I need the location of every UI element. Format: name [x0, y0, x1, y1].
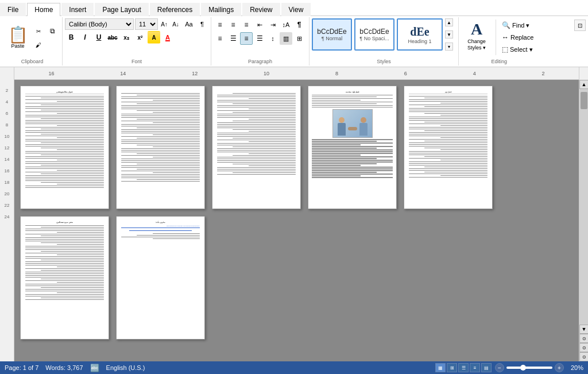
- vertical-scrollbar[interactable]: ▲ ▼ ⊙ ⊙ ⊙: [579, 80, 588, 361]
- page-6-content: بخش سوم: نتیجه‌گیری: [21, 217, 109, 305]
- outline-button[interactable]: ≡: [470, 363, 480, 372]
- styles-scroll-up[interactable]: ▲: [445, 18, 453, 26]
- print-layout-button[interactable]: ▦: [435, 363, 446, 372]
- cut-button[interactable]: ✂: [32, 25, 45, 37]
- side-ruler-spacer: [0, 67, 14, 80]
- clipboard-small-buttons: ✂ ⧉ 🖌: [32, 25, 59, 51]
- page-7-content: منابع و مآخذ www.references.example.com/…: [117, 217, 204, 244]
- word-count[interactable]: Words: 3,767: [45, 364, 83, 371]
- tab-home[interactable]: Home: [27, 3, 60, 16]
- multilevel-button[interactable]: ≡: [240, 18, 253, 31]
- zoom-level[interactable]: 20%: [566, 364, 583, 371]
- styles-more[interactable]: ▾: [445, 43, 453, 51]
- subscript-button[interactable]: x₂: [120, 31, 133, 44]
- page-2: [116, 86, 205, 209]
- page-nav-button[interactable]: ⊙: [579, 343, 588, 352]
- paste-button[interactable]: 📋 Paste: [5, 22, 31, 54]
- zoom-thumb[interactable]: [520, 365, 526, 371]
- decrease-indent-button[interactable]: ⇤: [253, 18, 266, 31]
- expand-ribbon-button[interactable]: ⊡: [574, 20, 586, 31]
- style-normal[interactable]: bCcDdEe ¶ Normal: [312, 18, 352, 51]
- prev-page-button[interactable]: ⊙: [579, 334, 588, 343]
- select-icon: ⬚: [502, 45, 508, 53]
- italic-button[interactable]: I: [79, 31, 91, 44]
- tab-references[interactable]: References: [150, 3, 200, 16]
- justify-button[interactable]: ☰: [253, 32, 266, 45]
- ruler-numbers: 16 14 12 10 8 6 4 2: [16, 71, 578, 76]
- select-button[interactable]: ⬚ Select ▾: [500, 44, 536, 55]
- page-6: بخش سوم: نتیجه‌گیری: [20, 216, 109, 340]
- show-hide-button[interactable]: ¶: [293, 18, 305, 31]
- shading-button[interactable]: ▥: [280, 32, 292, 45]
- align-center-button[interactable]: ☰: [227, 32, 239, 45]
- format-painter-button[interactable]: 🖌: [32, 38, 45, 51]
- zoom-in-button[interactable]: +: [555, 363, 564, 372]
- ribbon-content: 📋 Paste ✂ ⧉ 🖌 Clipboard: [0, 16, 588, 67]
- page-1-header: عنوان مقاله پژوهشی: [25, 91, 104, 94]
- document-area[interactable]: عنوان مقاله پژوهشی: [14, 80, 579, 361]
- draft-button[interactable]: ▤: [481, 363, 492, 372]
- web-layout-button[interactable]: ☰: [458, 363, 469, 372]
- change-styles-icon: A: [467, 20, 486, 38]
- status-bar: Page: 1 of 7 Words: 3,767 🔤 English (U.S…: [0, 361, 588, 374]
- change-case-button[interactable]: Aa: [182, 18, 196, 30]
- language[interactable]: English (U.S.): [106, 364, 145, 371]
- ruler-right-spacer: [579, 67, 588, 80]
- increase-indent-button[interactable]: ⇥: [266, 18, 279, 31]
- styles-label: Styles: [377, 59, 391, 64]
- replace-icon: ↔: [502, 33, 509, 41]
- page-3: [212, 86, 301, 209]
- next-page-button[interactable]: ⊙: [579, 352, 588, 361]
- font-size-select[interactable]: 11: [135, 18, 158, 30]
- zoom-slider[interactable]: [506, 367, 552, 369]
- underline-button[interactable]: U: [92, 31, 105, 44]
- font-label: Font: [131, 59, 142, 64]
- style-no-spacing[interactable]: bCcDdEe ¶ No Spaci...: [354, 18, 394, 51]
- borders-button[interactable]: ⊞: [293, 32, 305, 45]
- tab-page-layout[interactable]: Page Layout: [95, 3, 148, 16]
- status-right: ▦ ⊞ ☰ ≡ ▤ − + 20%: [435, 363, 583, 372]
- page-7-link: www.references.example.com/research/bibl…: [121, 225, 200, 228]
- page-1-content: عنوان مقاله پژوهشی: [21, 86, 109, 193]
- vertical-ruler: 2 4 6 8 10 12 14 16 18 20 22 24: [0, 80, 14, 361]
- horizontal-ruler: 16 14 12 10 8 6 4 2: [14, 67, 579, 80]
- clear-formatting-button[interactable]: ¶: [197, 18, 207, 30]
- full-screen-button[interactable]: ⊞: [447, 363, 457, 372]
- align-right-button[interactable]: ≡: [240, 32, 253, 45]
- ribbon: File Home Insert Page Layout References …: [0, 0, 588, 67]
- tab-file[interactable]: File: [0, 3, 26, 16]
- sort-button[interactable]: ↕A: [280, 18, 292, 31]
- line-spacing-button[interactable]: ↕: [266, 32, 279, 45]
- styles-scroll-down[interactable]: ▼: [445, 30, 453, 38]
- tab-view[interactable]: View: [281, 3, 311, 16]
- superscript-button[interactable]: x²: [134, 31, 146, 44]
- bullets-button[interactable]: ≡: [214, 18, 226, 31]
- replace-label: Replace: [510, 34, 533, 41]
- bold-button[interactable]: B: [65, 31, 78, 44]
- find-button[interactable]: 🔍 Find ▾: [500, 20, 536, 31]
- copy-button[interactable]: ⧉: [46, 25, 59, 37]
- tab-review[interactable]: Review: [242, 3, 280, 16]
- align-left-button[interactable]: ≡: [214, 32, 226, 45]
- ruler-container: 16 14 12 10 8 6 4 2: [0, 67, 588, 80]
- style-heading1[interactable]: dEe Heading 1: [397, 18, 443, 51]
- page-count[interactable]: Page: 1 of 7: [5, 364, 38, 371]
- replace-button[interactable]: ↔ Replace: [500, 32, 536, 43]
- scroll-up-button[interactable]: ▲: [579, 80, 588, 89]
- spell-check-icon[interactable]: 🔤: [90, 364, 99, 372]
- numbering-button[interactable]: ≡: [227, 18, 239, 31]
- scroll-down-button[interactable]: ▼: [579, 325, 588, 334]
- tab-mailings[interactable]: Mailings: [201, 3, 241, 16]
- highlight-button[interactable]: A: [148, 31, 160, 44]
- page-1: عنوان مقاله پژوهشی: [20, 86, 109, 209]
- tab-insert[interactable]: Insert: [61, 3, 94, 16]
- zoom-out-button[interactable]: −: [495, 363, 504, 372]
- strikethrough-button[interactable]: abc: [106, 31, 119, 44]
- font-name-select[interactable]: Calibri (Body): [65, 18, 134, 30]
- change-styles-button[interactable]: A ChangeStyles ▾: [461, 20, 492, 52]
- grow-font-button[interactable]: A↑: [159, 18, 169, 30]
- scroll-thumb[interactable]: [581, 92, 587, 109]
- scroll-track[interactable]: [579, 89, 588, 325]
- font-color-button[interactable]: A: [161, 31, 174, 44]
- shrink-font-button[interactable]: A↓: [171, 18, 181, 30]
